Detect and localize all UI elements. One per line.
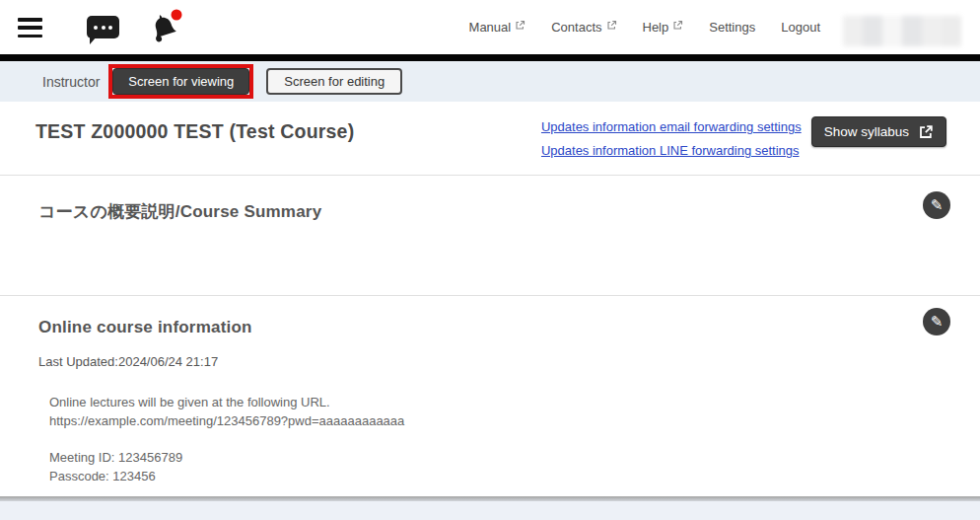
chat-icon[interactable]: [87, 16, 119, 46]
nav-logout[interactable]: Logout: [781, 20, 820, 35]
lecture-url-paragraph: Online lectures will be given at the fol…: [49, 394, 950, 430]
header-nav: Manual Contacts Help Settings Logout: [469, 0, 820, 54]
role-label: Instructor: [42, 74, 100, 90]
course-summary-section: コースの概要説明/Course Summary ✎: [0, 176, 980, 295]
hamburger-menu-icon[interactable]: [18, 18, 42, 37]
meeting-credentials-paragraph: Meeting ID: 123456789 Passcode: 123456: [49, 449, 950, 485]
line-forwarding-settings-link[interactable]: Updates information LINE forwarding sett…: [541, 143, 800, 158]
lecture-intro-text: Online lectures will be given at the fol…: [49, 394, 950, 412]
bell-notification-icon[interactable]: [144, 8, 185, 49]
last-updated-text: Last Updated:2024/06/24 21:17: [38, 354, 950, 369]
main-content: TEST Z000000 TEST (Test Course) Updates …: [0, 102, 980, 496]
course-summary-heading: コースの概要説明/Course Summary: [38, 200, 950, 223]
top-header: Manual Contacts Help Settings Logout: [0, 0, 980, 54]
screen-for-editing-button[interactable]: Screen for editing: [266, 68, 402, 95]
meeting-id-text: Meeting ID: 123456789: [49, 449, 950, 468]
show-syllabus-button[interactable]: Show syllabus: [811, 116, 946, 147]
online-course-heading: Online course information: [38, 318, 950, 337]
screen-for-viewing-button[interactable]: Screen for viewing: [112, 68, 249, 95]
notification-dot: [172, 10, 182, 21]
pencil-icon: ✎: [931, 313, 944, 331]
role-toolbar: Instructor Screen for viewing Screen for…: [0, 61, 980, 102]
course-title: TEST Z000000 TEST (Test Course): [35, 116, 541, 143]
passcode-text: Passcode: 123456: [49, 468, 950, 486]
header-divider-bar: [0, 54, 980, 61]
nav-help[interactable]: Help: [643, 20, 684, 36]
email-forwarding-settings-link[interactable]: Updates information email forwarding set…: [541, 119, 802, 134]
online-course-section: Online course information ✎ Last Updated…: [0, 296, 980, 509]
course-title-row: TEST Z000000 TEST (Test Course) Updates …: [0, 102, 980, 158]
redacted-username: [843, 16, 961, 46]
edit-summary-button[interactable]: ✎: [923, 191, 950, 219]
external-link-icon: [515, 20, 525, 31]
meeting-url-text: https://example.com/meeting/123456789?pw…: [49, 412, 950, 431]
edit-online-info-button[interactable]: ✎: [923, 308, 950, 335]
nav-manual[interactable]: Manual: [469, 20, 526, 36]
highlight-annotation: Screen for viewing: [108, 64, 253, 99]
pencil-icon: ✎: [931, 196, 944, 214]
nav-contacts[interactable]: Contacts: [551, 20, 616, 36]
external-link-icon: [606, 20, 617, 31]
forwarding-links: Updates information email forwarding set…: [541, 119, 802, 158]
external-link-icon: [672, 20, 683, 31]
external-link-icon: [918, 124, 934, 140]
nav-settings[interactable]: Settings: [709, 20, 755, 35]
